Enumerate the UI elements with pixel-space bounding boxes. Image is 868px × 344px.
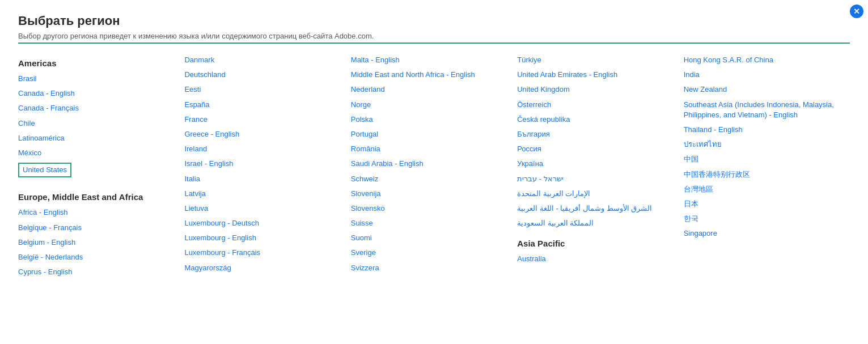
country-link-1-2-2[interactable]: Belgique - Français (18, 223, 175, 233)
country-link-4-1-7[interactable]: Россия (517, 144, 674, 154)
country-link-3-1-11[interactable]: Slovensko (351, 203, 508, 214)
country-link-4-1-2[interactable]: United Arab Emirates - English (517, 70, 674, 80)
country-link-3-1-9[interactable]: Schweiz (351, 174, 508, 184)
close-button[interactable]: ✕ (850, 5, 863, 18)
modal-title: Выбрать регион (18, 14, 850, 28)
column-1: AmericasBrasilCanada - EnglishCanada - F… (18, 55, 184, 282)
country-link-3-1-12[interactable]: Suisse (351, 218, 508, 228)
country-link-5-1-10[interactable]: 日本 (684, 199, 841, 209)
country-link-1-2-4[interactable]: België - Nederlands (18, 252, 175, 262)
country-link-2-1-14[interactable]: Luxembourg - Français (184, 248, 341, 258)
country-link-2-1-9[interactable]: Italia (184, 174, 341, 184)
column-3: Malta - EnglishMiddle East and North Afr… (351, 55, 517, 282)
country-link-2-1-3[interactable]: Eesti (184, 84, 341, 95)
country-link-5-1-4[interactable]: Southeast Asia (Includes Indonesia, Mala… (684, 100, 841, 120)
country-link-3-1-5[interactable]: Polska (351, 114, 508, 125)
country-link-2-1-1[interactable]: Danmark (184, 55, 341, 65)
modal-container: ✕ Выбрать регион Выбор другого региона п… (0, 0, 868, 344)
section-heading-4-2: Asia Pacific (517, 239, 674, 248)
country-link-5-1-7[interactable]: 中国 (684, 154, 841, 164)
country-link-3-1-2[interactable]: Middle East and North Africa - English (351, 70, 508, 80)
country-link-5-1-2[interactable]: India (684, 70, 841, 80)
country-link-4-1-5[interactable]: Česká republika (517, 114, 674, 125)
country-link-1-1-1[interactable]: Brasil (18, 74, 175, 84)
country-link-4-1-10[interactable]: الإمارات العربية المتحدة (517, 189, 674, 199)
country-link-1-1-2[interactable]: Canada - English (18, 88, 175, 99)
country-link-4-1-9[interactable]: ישראל - עברית (517, 174, 674, 184)
country-link-1-1-5[interactable]: Latinoamérica (18, 133, 175, 143)
country-link-4-1-4[interactable]: Österreich (517, 100, 674, 110)
country-link-4-1-8[interactable]: Україна (517, 159, 674, 169)
country-link-5-1-6[interactable]: ประเทศไทย (684, 139, 841, 150)
country-link-4-2-1[interactable]: Australia (517, 254, 674, 264)
column-4: TürkiyeUnited Arab Emirates - EnglishUni… (517, 55, 683, 282)
country-link-5-1-8[interactable]: 中国香港特别行政区 (684, 169, 841, 180)
country-link-5-1-9[interactable]: 台灣地區 (684, 184, 841, 194)
country-link-4-1-3[interactable]: United Kingdom (517, 84, 674, 95)
country-link-1-1-4[interactable]: Chile (18, 118, 175, 129)
country-link-1-1-6[interactable]: México (18, 148, 175, 158)
country-link-2-1-13[interactable]: Luxembourg - English (184, 233, 341, 243)
country-link-1-2-3[interactable]: Belgium - English (18, 237, 175, 248)
country-link-3-1-8[interactable]: Saudi Arabia - English (351, 159, 508, 169)
country-link-3-1-10[interactable]: Slovenija (351, 189, 508, 199)
country-link-5-1-1[interactable]: Hong Kong S.A.R. of China (684, 55, 841, 65)
column-2: DanmarkDeutschlandEestiEspañaFranceGreec… (184, 55, 350, 282)
country-link-1-1-7[interactable]: United States (18, 163, 71, 177)
country-link-3-1-15[interactable]: Svizzera (351, 263, 508, 273)
country-link-2-1-11[interactable]: Lietuva (184, 203, 341, 214)
country-link-2-1-8[interactable]: Israel - English (184, 159, 341, 169)
country-link-1-2-5[interactable]: Cyprus - English (18, 267, 175, 277)
country-link-1-1-3[interactable]: Canada - Français (18, 103, 175, 113)
country-link-3-1-13[interactable]: Suomi (351, 233, 508, 243)
country-link-3-1-14[interactable]: Sverige (351, 248, 508, 258)
country-link-3-1-7[interactable]: România (351, 144, 508, 154)
section-heading-1-2: Europe, Middle East and Africa (18, 192, 175, 202)
country-link-3-1-4[interactable]: Norge (351, 100, 508, 110)
columns-wrapper: AmericasBrasilCanada - EnglishCanada - F… (18, 55, 850, 282)
country-link-5-1-5[interactable]: Thailand - English (684, 125, 841, 135)
section-heading-1-1: Americas (18, 58, 175, 68)
country-link-2-1-12[interactable]: Luxembourg - Deutsch (184, 218, 341, 228)
country-link-2-1-7[interactable]: Ireland (184, 144, 341, 154)
country-link-3-1-6[interactable]: Portugal (351, 129, 508, 139)
modal-subtitle: Выбор другого региона приведет к изменен… (18, 32, 850, 40)
country-link-5-1-3[interactable]: New Zealand (684, 84, 841, 95)
country-link-4-1-11[interactable]: الشرق الأوسط وشمال أفريقيا - اللغة العرب… (517, 203, 674, 214)
country-link-5-1-11[interactable]: 한국 (684, 214, 841, 224)
country-link-2-1-5[interactable]: France (184, 114, 341, 125)
country-link-4-1-1[interactable]: Türkiye (517, 55, 674, 65)
divider (18, 43, 850, 44)
country-link-2-1-4[interactable]: España (184, 100, 341, 110)
country-link-2-1-10[interactable]: Latvija (184, 189, 341, 199)
country-link-2-1-6[interactable]: Greece - English (184, 129, 341, 139)
country-link-4-1-6[interactable]: България (517, 129, 674, 139)
country-link-5-1-12[interactable]: Singapore (684, 228, 841, 239)
country-link-1-2-1[interactable]: Africa - English (18, 207, 175, 218)
country-link-3-1-3[interactable]: Nederland (351, 84, 508, 95)
country-link-2-1-15[interactable]: Magyarország (184, 263, 341, 273)
country-link-3-1-1[interactable]: Malta - English (351, 55, 508, 65)
column-5: Hong Kong S.A.R. of ChinaIndiaNew Zealan… (684, 55, 850, 282)
country-link-2-1-2[interactable]: Deutschland (184, 70, 341, 80)
country-link-4-1-12[interactable]: المملكة العربية السعودية (517, 218, 674, 228)
